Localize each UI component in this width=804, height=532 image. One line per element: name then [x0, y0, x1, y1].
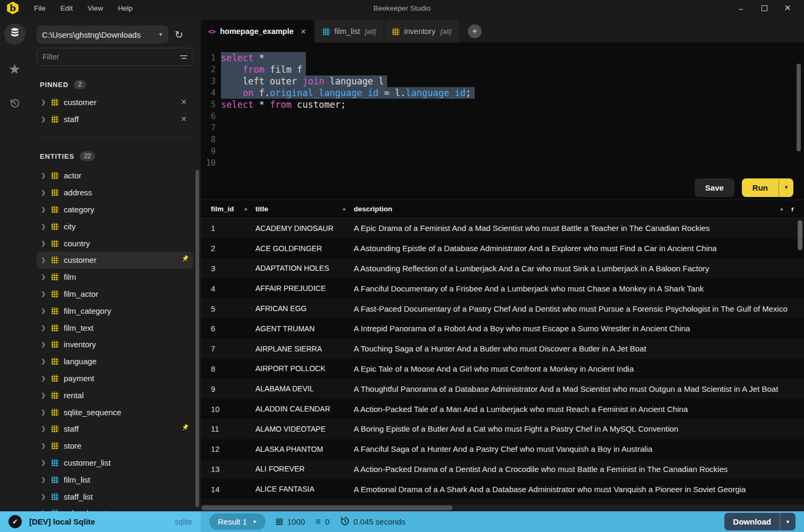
entity-item-actor[interactable]: ❯actor	[37, 167, 193, 184]
chevron-right-icon[interactable]: ❯	[41, 409, 46, 416]
column-header-title[interactable]: title▲	[255, 205, 354, 213]
menu-help[interactable]: Help	[110, 2, 140, 14]
database-selector[interactable]: C:\Users\ghstng\Downloads ▼	[37, 25, 168, 44]
column-header-description[interactable]: description▲	[354, 205, 791, 213]
result-selector[interactable]: Result 1 ▼	[209, 513, 266, 530]
table-row[interactable]: 6AGENT TRUMANA Intrepid Panorama of a Ro…	[201, 319, 804, 339]
run-label[interactable]: Run	[742, 178, 779, 197]
entity-item-sqlite_sequence[interactable]: ❯sqlite_sequence	[37, 404, 193, 421]
menu-edit[interactable]: Edit	[53, 2, 80, 14]
menu-file[interactable]: File	[27, 2, 53, 14]
table-row[interactable]: 10ALADDIN CALENDARA Action-Packed Tale o…	[201, 399, 804, 419]
chevron-right-icon[interactable]: ❯	[41, 273, 46, 280]
table-row[interactable]: 9ALABAMA DEVILA Thoughtful Panorama of a…	[201, 379, 804, 399]
entity-item-staff[interactable]: ❯staff	[37, 421, 193, 437]
database-tables-button[interactable]	[4, 23, 25, 45]
chevron-right-icon[interactable]: ❯	[41, 223, 46, 230]
chevron-right-icon[interactable]: ❯	[41, 116, 46, 123]
minimize-icon[interactable]: –	[732, 2, 750, 14]
entity-item-film_list[interactable]: ❯film_list	[37, 471, 193, 488]
entity-item-store[interactable]: ❯store	[37, 437, 193, 454]
chevron-right-icon[interactable]: ❯	[41, 493, 46, 500]
entity-item-film_text[interactable]: ❯film_text	[37, 319, 193, 336]
history-button[interactable]	[4, 93, 25, 115]
chevron-right-icon[interactable]: ❯	[41, 358, 46, 365]
entity-item-language[interactable]: ❯language	[37, 353, 193, 370]
sort-arrow-icon[interactable]: ▲	[780, 207, 784, 211]
chevron-right-icon[interactable]: ❯	[41, 256, 46, 263]
entity-item-address[interactable]: ❯address	[37, 184, 193, 201]
chevron-right-icon[interactable]: ❯	[41, 459, 46, 466]
tab-close-icon[interactable]: ✕	[301, 28, 306, 36]
table-row[interactable]: 2ACE GOLDFINGERA Astounding Epistle of a…	[201, 238, 804, 259]
table-row[interactable]: 11ALAMO VIDEOTAPEA Boring Epistle of a B…	[201, 419, 804, 439]
entity-item-film_category[interactable]: ❯film_category	[37, 302, 193, 319]
chevron-right-icon[interactable]: ❯	[41, 442, 46, 449]
pin-icon[interactable]	[181, 255, 189, 265]
column-header-film_id[interactable]: film_id▲	[211, 205, 255, 213]
chevron-right-icon[interactable]: ❯	[41, 307, 46, 314]
chevron-right-icon[interactable]: ❯	[41, 290, 46, 297]
pinned-item-staff[interactable]: ❯staff✕	[37, 110, 193, 127]
pinned-item-customer[interactable]: ❯customer✕	[37, 93, 193, 110]
tab-homepage_example[interactable]: <>homepage_example✕	[201, 20, 314, 42]
table-row[interactable]: 5AFRICAN EGGA Fast-Paced Documentary of …	[201, 298, 804, 319]
table-row[interactable]: 3ADAPTATION HOLESA Astounding Reflection…	[201, 259, 804, 279]
entity-item-payment[interactable]: ❯payment	[37, 370, 193, 387]
maximize-icon[interactable]	[755, 2, 773, 14]
chevron-right-icon[interactable]: ❯	[41, 206, 46, 213]
filter-input[interactable]	[42, 53, 180, 61]
table-row[interactable]: 13ALI FOREVERA Action-Packed Drama of a …	[201, 459, 804, 479]
chevron-right-icon[interactable]: ❯	[41, 189, 46, 196]
table-row[interactable]: 14ALICE FANTASIAA Emotional Drama of a A…	[201, 479, 804, 499]
tab-film_list[interactable]: film_list[all]	[315, 20, 383, 42]
download-options-caret[interactable]: ▼	[780, 513, 796, 530]
entity-item-customer_list[interactable]: ❯customer_list	[37, 454, 193, 471]
entity-item-film[interactable]: ❯film	[37, 269, 193, 286]
run-button[interactable]: Run ▼	[742, 178, 793, 197]
column-header-partial[interactable]: r	[791, 205, 804, 213]
entity-item-rental[interactable]: ❯rental	[37, 387, 193, 404]
table-row[interactable]: 7AIRPLANE SIERRAA Touching Saga of a Hun…	[201, 339, 804, 359]
download-label[interactable]: Download	[724, 513, 780, 530]
new-tab-button[interactable]: +	[468, 24, 482, 38]
results-horizontal-scrollbar[interactable]	[201, 504, 804, 511]
table-row[interactable]: 12ALASKA PHANTOMA Fanciful Saga of a Hun…	[201, 439, 804, 459]
results-vertical-scrollbar[interactable]	[798, 220, 802, 250]
refresh-icon[interactable]: ↻	[175, 30, 183, 40]
entity-item-staff_list[interactable]: ❯staff_list	[37, 488, 193, 505]
chevron-right-icon[interactable]: ❯	[41, 341, 46, 348]
chevron-right-icon[interactable]: ❯	[41, 392, 46, 399]
chevron-right-icon[interactable]: ❯	[41, 172, 46, 179]
chevron-right-icon[interactable]: ❯	[41, 375, 46, 382]
entity-item-category[interactable]: ❯category	[37, 201, 193, 218]
entity-item-city[interactable]: ❯city	[37, 218, 193, 235]
unpin-close-icon[interactable]: ✕	[178, 115, 189, 123]
chevron-right-icon[interactable]: ❯	[41, 425, 46, 432]
chevron-right-icon[interactable]: ❯	[41, 240, 46, 247]
table-row[interactable]: 1ACADEMY DINOSAURA Epic Drama of a Femin…	[201, 218, 804, 238]
chevron-right-icon[interactable]: ❯	[41, 99, 46, 106]
favorites-button[interactable]: ★	[4, 58, 25, 80]
sort-arrow-icon[interactable]: ▲	[342, 207, 346, 211]
sql-editor[interactable]: 1select *2 from film f3 left outer join …	[201, 42, 804, 175]
table-row[interactable]: 4AFFAIR PREJUDICEA Fanciful Documentary …	[201, 278, 804, 298]
save-button[interactable]: Save	[695, 178, 734, 197]
run-options-caret[interactable]: ▼	[779, 178, 793, 197]
menu-view[interactable]: View	[80, 2, 110, 14]
sort-arrow-icon[interactable]: ▲	[244, 207, 248, 211]
entity-item-film_actor[interactable]: ❯film_actor	[37, 286, 193, 303]
pin-icon[interactable]	[181, 424, 189, 434]
chevron-right-icon[interactable]: ❯	[41, 476, 46, 483]
tab-inventory[interactable]: inventory[all]	[385, 20, 459, 42]
editor-scrollbar[interactable]	[797, 64, 801, 151]
entity-item-inventory[interactable]: ❯inventory	[37, 336, 193, 353]
sidebar-scrollbar[interactable]	[195, 170, 199, 507]
unpin-close-icon[interactable]: ✕	[178, 98, 189, 106]
table-row[interactable]: 8AIRPORT POLLOCKA Epic Tale of a Moose A…	[201, 359, 804, 379]
close-icon[interactable]: ✕	[779, 2, 797, 14]
entity-item-country[interactable]: ❯country	[37, 235, 193, 252]
scrollbar-thumb[interactable]	[202, 505, 452, 510]
chevron-right-icon[interactable]: ❯	[41, 324, 46, 331]
entity-item-customer[interactable]: ❯customer	[37, 252, 193, 269]
